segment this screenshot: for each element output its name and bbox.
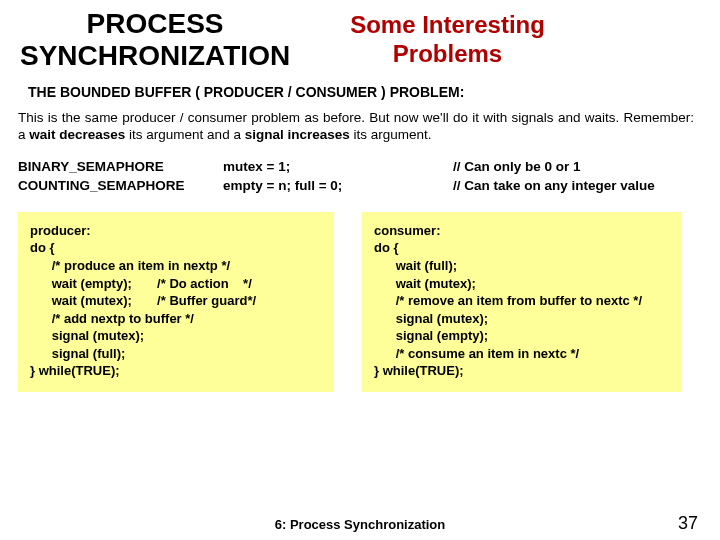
sem-init-mutex: mutex = 1; (223, 158, 453, 177)
title-left-line1: PROCESS (87, 8, 224, 39)
title-right: Some Interesting Problems (350, 11, 545, 69)
sem-row-counting: COUNTING_SEMAPHORE empty = n; full = 0; … (18, 177, 694, 196)
sem-comment-counting: // Can take on any integer value (453, 177, 655, 196)
semaphore-declarations: BINARY_SEMAPHORE mutex = 1; // Can only … (18, 158, 694, 196)
title-right-line2: Problems (393, 40, 502, 67)
slide-header: PROCESS SYNCHRONIZATION Some Interesting… (10, 8, 702, 72)
sem-row-binary: BINARY_SEMAPHORE mutex = 1; // Can only … (18, 158, 694, 177)
title-left: PROCESS SYNCHRONIZATION (20, 8, 290, 72)
code-row: producer: do { /* produce an item in nex… (18, 212, 694, 392)
sem-comment-binary: // Can only be 0 or 1 (453, 158, 581, 177)
producer-code-box: producer: do { /* produce an item in nex… (18, 212, 334, 392)
title-right-line1: Some Interesting (350, 11, 545, 38)
sem-init-empty-full: empty = n; full = 0; (223, 177, 453, 196)
title-left-line2: SYNCHRONIZATION (20, 40, 290, 71)
page-number: 37 (678, 513, 698, 534)
footer-text: 6: Process Synchronization (0, 517, 720, 532)
sem-type-binary: BINARY_SEMAPHORE (18, 158, 223, 177)
consumer-code-box: consumer: do { wait (full); wait (mutex)… (362, 212, 682, 392)
sem-type-counting: COUNTING_SEMAPHORE (18, 177, 223, 196)
problem-heading: THE BOUNDED BUFFER ( PRODUCER / CONSUMER… (28, 84, 702, 100)
intro-paragraph: This is the same producer / consumer pro… (18, 110, 694, 144)
